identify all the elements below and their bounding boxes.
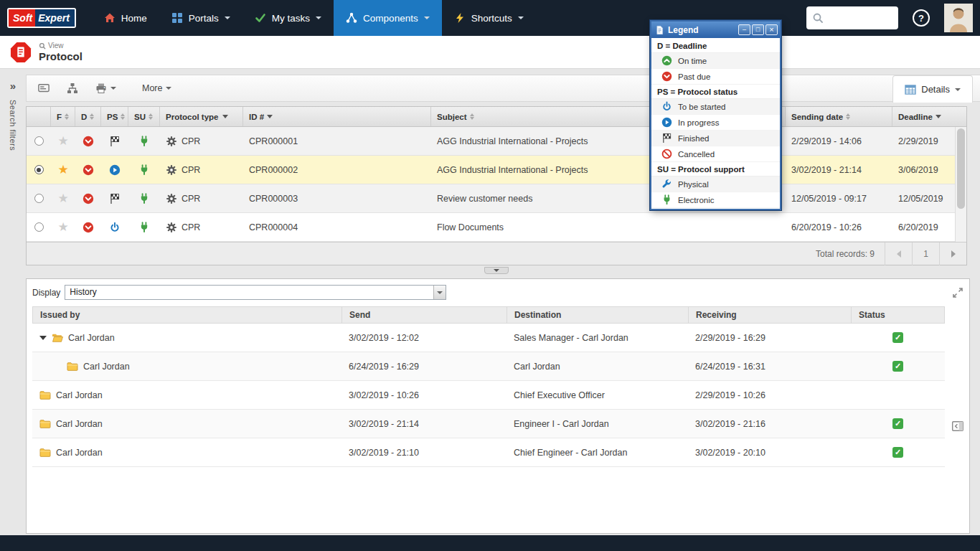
column-header-ps[interactable]: PS	[101, 107, 128, 126]
protocol-type-label: CPR	[182, 194, 200, 204]
electronic-icon	[138, 164, 150, 176]
sort-desc-icon	[222, 115, 228, 118]
history-column-status[interactable]: Status	[852, 307, 944, 323]
vertical-scrollbar[interactable]	[955, 127, 966, 242]
row-select-radio[interactable]	[34, 194, 44, 203]
column-header-protocol-type[interactable]: Protocol type	[160, 107, 243, 126]
protocol-row-CPR000002[interactable]: ★CPRCPR000002AGG Industrial Internationa…	[27, 156, 966, 184]
select-cell	[27, 213, 51, 241]
display-label: Display	[32, 288, 60, 298]
shortcuts-icon	[454, 12, 466, 24]
support-cell	[128, 184, 160, 212]
logo-expert: Expert	[35, 9, 75, 27]
issued-by-cell: Carl Jordan	[32, 324, 341, 352]
nav-item-my-tasks[interactable]: My tasks	[242, 0, 334, 36]
protocol-table: FDPSSUProtocol typeID #SubjectSending da…	[26, 106, 967, 265]
legend-item-on-time: On time	[651, 53, 780, 69]
collapse-node-icon[interactable]	[39, 336, 47, 340]
status-cell: ✓	[851, 438, 945, 466]
protocol-module-icon	[10, 42, 32, 63]
details-tab[interactable]: Details	[892, 75, 973, 103]
side-panel-toggle[interactable]	[951, 420, 964, 433]
history-row-1[interactable]: Carl Jordan3/02/2019 - 12:02Sales Manage…	[32, 324, 945, 352]
row-select-radio[interactable]	[34, 222, 44, 232]
column-label: SU	[134, 113, 146, 121]
history-row-2[interactable]: Carl Jordan6/24/2019 - 16:29Carl Jordan6…	[32, 352, 945, 381]
legend-item-label: Finished	[678, 134, 709, 143]
history-row-4[interactable]: Carl Jordan3/02/2019 - 21:14Engineer I -…	[32, 410, 945, 438]
sort-icon	[65, 113, 69, 120]
favorite-star-icon[interactable]: ★	[57, 164, 68, 176]
close-button[interactable]	[765, 24, 778, 35]
nav-item-shortcuts[interactable]: Shortcuts	[442, 0, 536, 36]
receiving-cell: 3/02/2019 - 21:16	[688, 410, 851, 438]
app-root: Soft Expert HomePortalsMy tasksComponent…	[0, 0, 980, 551]
support-cell	[128, 156, 160, 184]
column-header-f[interactable]: F	[51, 107, 75, 126]
current-page: 1	[912, 242, 939, 265]
expand-filters-icon[interactable]	[10, 80, 16, 91]
column-header-id[interactable]: ID #	[243, 107, 431, 126]
view-mode-label: View	[48, 42, 64, 50]
workflow-button[interactable]	[60, 77, 85, 99]
protocol-row-CPR000004[interactable]: ★CPRCPR000004Flow Documents6/20/2019 - 1…	[27, 213, 966, 242]
received-check-icon: ✓	[892, 361, 903, 372]
view-record-button[interactable]	[31, 77, 57, 99]
legend-titlebar[interactable]: Legend	[651, 22, 780, 38]
history-row-5[interactable]: Carl Jordan3/02/2019 - 21:10Chief Engine…	[32, 438, 945, 467]
legend-item-finished: Finished	[651, 131, 780, 146]
history-column-receiving[interactable]: Receiving	[689, 307, 852, 323]
legend-item-label: In progress	[678, 118, 720, 127]
row-select-radio[interactable]	[34, 136, 44, 146]
history-column-issued-by[interactable]: Issued by	[33, 307, 342, 323]
protocol-row-CPR000003[interactable]: ★CPRCPR000003Review customer needs12/05/…	[27, 184, 966, 213]
user-avatar[interactable]	[944, 4, 973, 32]
column-header-d[interactable]: D	[75, 107, 101, 126]
tasks-icon	[255, 12, 266, 24]
history-column-send[interactable]: Send	[342, 307, 507, 323]
sort-icon	[90, 113, 95, 120]
maximize-button[interactable]	[752, 24, 764, 35]
history-row-3[interactable]: Carl Jordan3/02/2019 - 10:26Chief Execut…	[32, 381, 945, 410]
in-progress-icon	[109, 164, 121, 176]
protocol-row-CPR000001[interactable]: ★CPRCPR000001AGG Industrial Internationa…	[27, 127, 966, 156]
search-input[interactable]	[828, 13, 891, 24]
more-button[interactable]: More	[135, 77, 179, 99]
support-cell	[128, 127, 160, 155]
favorite-star-icon[interactable]: ★	[57, 221, 68, 233]
maximize-panel-icon[interactable]	[952, 287, 963, 298]
combo-dropdown-icon[interactable]	[433, 286, 446, 299]
nav-item-home[interactable]: Home	[92, 0, 159, 36]
help-button[interactable]	[913, 9, 930, 27]
nav-item-components[interactable]: Components	[334, 0, 442, 36]
destination-cell: Carl Jordan	[507, 352, 688, 380]
sort-desc-icon	[936, 115, 941, 118]
column-header-su[interactable]: SU	[128, 107, 160, 126]
status-cell	[851, 381, 945, 409]
history-column-destination[interactable]: Destination	[507, 307, 689, 323]
column-header-sending-date[interactable]: Sending date	[786, 107, 892, 126]
softexpert-logo[interactable]: Soft Expert	[7, 8, 76, 28]
global-search[interactable]	[806, 6, 898, 29]
collapse-panel-button[interactable]	[484, 267, 509, 274]
folder-open-icon	[52, 332, 63, 344]
view-magnifier-icon	[39, 42, 46, 50]
prev-page-button[interactable]	[885, 242, 912, 265]
display-select[interactable]: History	[65, 285, 446, 300]
favorite-star-icon[interactable]: ★	[57, 135, 68, 147]
scrollbar-thumb[interactable]	[957, 128, 965, 209]
protocol-subject: Flow Documents	[431, 213, 786, 241]
favorite-star-icon[interactable]: ★	[57, 192, 68, 204]
favorite-cell: ★	[51, 184, 75, 212]
history-table-body: Carl Jordan3/02/2019 - 12:02Sales Manage…	[32, 324, 945, 467]
row-select-radio[interactable]	[34, 165, 44, 174]
search-filters-strip[interactable]: Search filters	[0, 73, 26, 535]
chevron-down-icon	[518, 17, 524, 19]
next-page-button[interactable]	[939, 242, 966, 265]
nav-item-portals[interactable]: Portals	[159, 0, 242, 36]
column-header-deadline[interactable]: Deadline	[892, 107, 955, 126]
issued-by-cell: Carl Jordan	[32, 352, 341, 380]
minimize-button[interactable]	[738, 24, 750, 35]
print-button[interactable]	[88, 77, 123, 99]
panel-splitter[interactable]	[26, 267, 967, 277]
